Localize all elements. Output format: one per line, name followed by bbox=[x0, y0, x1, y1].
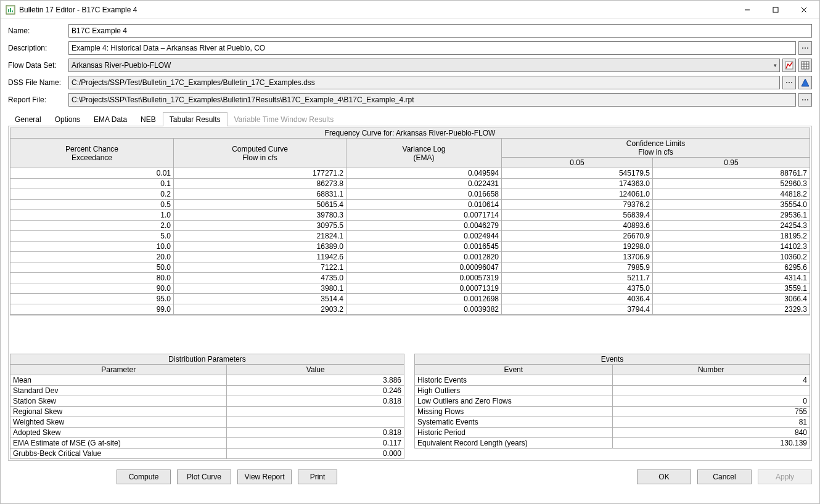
compute-button[interactable]: Compute bbox=[117, 469, 171, 484]
minimize-button[interactable] bbox=[733, 1, 761, 19]
table-row[interactable]: Station Skew0.818 bbox=[10, 396, 404, 407]
tab-variable-time-window: Variable Time Window Results bbox=[228, 112, 341, 126]
events-title: Events bbox=[415, 354, 810, 365]
flow-table-button[interactable] bbox=[798, 59, 812, 72]
table-row[interactable]: 2.030975.50.004627940893.624254.3 bbox=[10, 221, 810, 231]
col-computed-curve: Computed CurveFlow in cfs bbox=[174, 139, 346, 168]
table-row[interactable]: Regional Skew bbox=[10, 407, 404, 417]
col-percent-chance: Percent ChanceExceedance bbox=[10, 139, 174, 168]
dialog-button-row: Compute Plot Curve View Report Print OK … bbox=[1, 463, 819, 490]
svg-rect-13 bbox=[802, 62, 809, 69]
tab-ema-data[interactable]: EMA Data bbox=[87, 112, 134, 126]
dss-pdf-button[interactable] bbox=[798, 76, 812, 89]
name-label: Name: bbox=[8, 26, 68, 35]
chevron-down-icon: ▾ bbox=[774, 62, 777, 68]
table-row[interactable]: 0.268831.10.016658124061.044818.2 bbox=[10, 189, 810, 200]
svg-point-22 bbox=[802, 99, 803, 100]
table-row[interactable]: Missing Flows755 bbox=[415, 407, 810, 417]
flowdataset-label: Flow Data Set: bbox=[8, 61, 68, 70]
maximize-button[interactable] bbox=[761, 1, 790, 19]
table-row[interactable]: High Outliers bbox=[415, 386, 810, 396]
table-row[interactable]: Historic Events4 bbox=[415, 375, 810, 386]
frequency-curve-panel: Frequency Curve for: Arkansas River-Pueb… bbox=[10, 128, 810, 349]
svg-point-18 bbox=[786, 82, 787, 83]
col-confidence-limits: Confidence LimitsFlow in cfs bbox=[502, 139, 810, 158]
events-table: Events Event Number Historic Events4High… bbox=[414, 354, 810, 449]
table-row[interactable]: EMA Estimate of MSE (G at-site)0.117 bbox=[10, 438, 404, 449]
table-row[interactable]: Mean3.886 bbox=[10, 375, 404, 386]
svg-point-23 bbox=[805, 99, 806, 100]
col-number: Number bbox=[612, 365, 810, 375]
tab-panel-tabular-results: Frequency Curve for: Arkansas River-Pueb… bbox=[8, 126, 812, 461]
table-row[interactable]: 0.186273.80.022431174363.052960.3 bbox=[10, 179, 810, 189]
table-row[interactable]: 80.04735.00.000573195211.74314.1 bbox=[10, 273, 810, 283]
svg-point-19 bbox=[789, 82, 790, 83]
reportfile-browse-button[interactable] bbox=[798, 93, 812, 107]
tab-tabular-results[interactable]: Tabular Results bbox=[163, 112, 228, 126]
table-row[interactable]: 20.011942.60.001282013706.910360.2 bbox=[10, 252, 810, 262]
title-bar: Bulletin 17 Editor - B17C Example 4 bbox=[1, 1, 819, 19]
col-conf-095: 0.95 bbox=[653, 158, 810, 168]
reportfile-input: C:\Projects\SSP\Test\Bulletin_17C_Exampl… bbox=[68, 93, 796, 107]
col-event: Event bbox=[415, 365, 613, 375]
flow-plot-button[interactable] bbox=[782, 59, 796, 72]
description-browse-button[interactable] bbox=[798, 41, 812, 55]
reportfile-label: Report File: bbox=[8, 96, 68, 104]
svg-point-24 bbox=[807, 99, 808, 100]
cancel-button[interactable]: Cancel bbox=[697, 469, 752, 484]
close-button[interactable] bbox=[790, 1, 818, 19]
svg-rect-3 bbox=[10, 8, 11, 12]
svg-point-20 bbox=[791, 82, 792, 83]
description-input[interactable] bbox=[68, 41, 796, 55]
flowdataset-value: Arkansas River-Pueblo-FLOW bbox=[72, 61, 171, 70]
svg-point-10 bbox=[805, 47, 806, 49]
table-row[interactable]: Systematic Events81 bbox=[415, 417, 810, 428]
table-row[interactable]: Low Outliers and Zero Flows0 bbox=[415, 396, 810, 407]
apply-button: Apply bbox=[758, 469, 812, 484]
distribution-parameters-table: Distribution Parameters Parameter Value … bbox=[10, 354, 404, 459]
print-button[interactable]: Print bbox=[298, 469, 337, 484]
col-variance-log: Variance Log(EMA) bbox=[346, 139, 502, 168]
table-row[interactable]: Adopted Skew0.818 bbox=[10, 428, 404, 438]
frequency-curve-empty-area bbox=[10, 315, 810, 349]
plot-curve-button[interactable]: Plot Curve bbox=[177, 469, 231, 484]
table-row[interactable]: Standard Dev0.246 bbox=[10, 386, 404, 396]
table-row[interactable]: Grubbs-Beck Critical Value0.000 bbox=[10, 449, 404, 459]
dialog-content: Name: Description: Flow Data Set: Arkans… bbox=[1, 19, 819, 463]
view-report-button[interactable]: View Report bbox=[237, 469, 292, 484]
dssfile-input: C:/Projects/SSP/Test/Bulletin_17C_Exampl… bbox=[68, 76, 780, 89]
svg-rect-4 bbox=[12, 10, 13, 12]
table-row[interactable]: 0.01177271.20.049594545179.588761.7 bbox=[10, 168, 810, 179]
table-row[interactable]: Historic Period840 bbox=[415, 428, 810, 438]
flowdataset-dropdown[interactable]: Arkansas River-Pueblo-FLOW ▾ bbox=[68, 59, 780, 72]
table-row[interactable]: 99.02903.20.00393823794.42329.3 bbox=[10, 304, 810, 315]
tab-options[interactable]: Options bbox=[48, 112, 87, 126]
table-row[interactable]: 90.03980.10.000713194375.03559.1 bbox=[10, 283, 810, 294]
table-row[interactable]: 10.016389.00.001654519298.014102.3 bbox=[10, 242, 810, 252]
table-row[interactable]: 5.021824.10.002494426670.918195.2 bbox=[10, 231, 810, 242]
window-title: Bulletin 17 Editor - B17C Example 4 bbox=[19, 6, 733, 14]
table-row[interactable]: 50.07122.10.000960477985.96295.6 bbox=[10, 262, 810, 273]
dssfile-browse-button[interactable] bbox=[782, 76, 796, 89]
table-row[interactable]: 1.039780.30.007171456839.429536.1 bbox=[10, 210, 810, 221]
table-row[interactable]: 0.550615.40.01061479376.235554.0 bbox=[10, 200, 810, 210]
name-input[interactable] bbox=[68, 24, 812, 38]
distribution-parameters-title: Distribution Parameters bbox=[10, 354, 404, 365]
svg-rect-2 bbox=[8, 9, 9, 12]
col-parameter: Parameter bbox=[10, 365, 227, 375]
frequency-curve-table: Frequency Curve for: Arkansas River-Pueb… bbox=[10, 128, 810, 315]
table-row[interactable]: 95.03514.40.00126984036.43066.4 bbox=[10, 294, 810, 304]
dssfile-label: DSS File Name: bbox=[8, 78, 68, 87]
svg-marker-21 bbox=[802, 79, 809, 86]
col-conf-005: 0.05 bbox=[502, 158, 653, 168]
tab-bar: General Options EMA Data NEB Tabular Res… bbox=[8, 112, 812, 126]
table-row[interactable]: Equivalent Record Length (years)130.139 bbox=[415, 438, 810, 449]
tab-neb[interactable]: NEB bbox=[134, 112, 163, 126]
ok-button[interactable]: OK bbox=[637, 469, 691, 484]
svg-point-9 bbox=[802, 47, 803, 49]
app-icon bbox=[6, 5, 15, 15]
table-row[interactable]: Weighted Skew bbox=[10, 417, 404, 428]
col-value: Value bbox=[227, 365, 404, 375]
tab-general[interactable]: General bbox=[8, 112, 48, 126]
frequency-curve-title: Frequency Curve for: Arkansas River-Pueb… bbox=[10, 128, 810, 139]
